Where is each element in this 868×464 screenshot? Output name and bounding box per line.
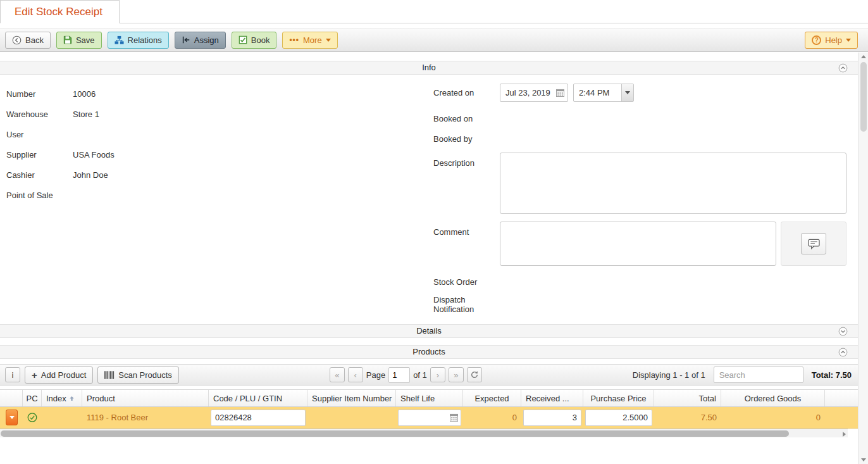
warehouse-label: Warehouse bbox=[6, 110, 73, 119]
first-page-button[interactable]: « bbox=[330, 367, 345, 382]
column-header-code[interactable]: Code / PLU / GTIN bbox=[209, 390, 307, 406]
horizontal-scrollbar-thumb[interactable] bbox=[1, 430, 789, 437]
row-shelf-life-cell bbox=[396, 407, 463, 428]
refresh-button[interactable] bbox=[467, 367, 482, 382]
product-row[interactable]: 1119 - Root Beer 0 7.50 0 bbox=[0, 407, 858, 429]
products-collapse-button[interactable] bbox=[838, 348, 848, 357]
more-dots-icon: ••• bbox=[289, 35, 299, 44]
next-page-button[interactable]: › bbox=[430, 367, 445, 382]
column-header-supplier-item-number[interactable]: Supplier Item Number bbox=[307, 390, 396, 406]
booked-on-label: Booked on bbox=[433, 114, 500, 123]
scroll-down-arrow-icon[interactable] bbox=[861, 458, 866, 461]
stock-order-row: Stock Order bbox=[433, 275, 852, 289]
comment-textarea[interactable] bbox=[500, 222, 776, 266]
user-label: User bbox=[6, 130, 73, 139]
check-circle-icon[interactable] bbox=[27, 412, 37, 423]
tab-strip: Edit Stock Receipt bbox=[0, 0, 868, 23]
column-header-total[interactable]: Total bbox=[654, 390, 721, 406]
stock-order-label: Stock Order bbox=[433, 277, 500, 287]
column-header-shelf-life[interactable]: Shelf Life bbox=[396, 390, 463, 406]
row-pc-cell bbox=[23, 407, 42, 428]
row-code-cell bbox=[209, 407, 307, 428]
last-page-button[interactable]: » bbox=[449, 367, 464, 382]
assign-button[interactable]: Assign bbox=[175, 32, 226, 49]
scroll-right-arrow-icon[interactable] bbox=[843, 432, 846, 437]
row-expected-cell: 0 bbox=[463, 407, 521, 428]
page-input[interactable] bbox=[388, 367, 410, 383]
save-icon bbox=[63, 35, 72, 44]
column-header-expected[interactable]: Expected bbox=[463, 390, 521, 406]
chevron-down-icon bbox=[9, 416, 15, 419]
column-header-pc[interactable]: PC bbox=[23, 390, 42, 406]
refresh-icon bbox=[470, 370, 479, 379]
relations-icon bbox=[115, 35, 124, 45]
warehouse-field-row: Warehouse Store 1 bbox=[6, 104, 433, 124]
more-button[interactable]: ••• More bbox=[282, 32, 337, 49]
details-expand-button[interactable] bbox=[838, 327, 848, 336]
book-icon bbox=[239, 35, 247, 44]
vertical-scrollbar-thumb[interactable] bbox=[860, 62, 867, 132]
point-of-sale-label: Point of Sale bbox=[6, 191, 73, 200]
code-input[interactable] bbox=[211, 410, 306, 426]
relations-button[interactable]: Relations bbox=[108, 32, 169, 49]
add-comment-button[interactable] bbox=[801, 233, 826, 254]
supplier-label: Supplier bbox=[6, 150, 73, 160]
info-button[interactable]: i bbox=[5, 367, 20, 382]
displaying-text: Displaying 1 - 1 of 1 bbox=[633, 370, 705, 380]
row-expander-button[interactable] bbox=[6, 410, 18, 425]
description-textarea[interactable] bbox=[500, 153, 846, 214]
purchase-price-input[interactable] bbox=[585, 410, 652, 426]
column-header-filler bbox=[825, 390, 858, 406]
add-product-button[interactable]: + Add Product bbox=[25, 367, 93, 384]
book-button[interactable]: Book bbox=[232, 32, 277, 49]
row-index-cell bbox=[42, 407, 82, 428]
row-purchase-price-cell bbox=[583, 407, 654, 428]
info-icon: i bbox=[12, 370, 14, 380]
search-input[interactable] bbox=[714, 367, 803, 383]
products-section-header: Products bbox=[0, 345, 858, 359]
dispatch-notification-label: Dispatch Notification bbox=[433, 295, 500, 314]
calendar-icon[interactable] bbox=[450, 413, 458, 422]
created-date-input[interactable]: Jul 23, 2019 bbox=[500, 84, 568, 102]
products-total: Total: 7.50 bbox=[812, 370, 852, 380]
received-quantity-input[interactable] bbox=[523, 410, 581, 426]
previous-page-button[interactable]: ‹ bbox=[348, 367, 363, 382]
chevron-down-icon bbox=[326, 39, 331, 42]
chevron-down-icon bbox=[846, 39, 851, 42]
products-toolbar-right: Displaying 1 - 1 of 1 Total: 7.50 bbox=[633, 367, 852, 383]
cashier-label: Cashier bbox=[6, 170, 73, 180]
info-left-column: Number 10006 Warehouse Store 1 User Supp… bbox=[6, 84, 433, 324]
tab-edit-stock-receipt[interactable]: Edit Stock Receipt bbox=[0, 0, 120, 23]
shelf-life-date-input[interactable] bbox=[398, 410, 461, 426]
back-icon bbox=[12, 35, 22, 45]
info-section-header: Info bbox=[0, 61, 858, 75]
vertical-scrollbar[interactable] bbox=[858, 53, 868, 464]
created-time-select[interactable]: 2:44 PM bbox=[573, 84, 634, 102]
scan-products-button[interactable]: Scan Products bbox=[97, 367, 179, 384]
horizontal-scrollbar[interactable] bbox=[0, 429, 848, 437]
barcode-icon bbox=[104, 371, 115, 379]
cashier-field-row: Cashier John Doe bbox=[6, 165, 433, 185]
expander-column-header bbox=[0, 390, 23, 406]
back-button[interactable]: Back bbox=[5, 32, 51, 49]
column-header-index[interactable]: Index bbox=[42, 390, 82, 406]
row-total-cell: 7.50 bbox=[654, 407, 721, 428]
warehouse-value: Store 1 bbox=[73, 110, 99, 119]
plus-icon: + bbox=[32, 370, 37, 380]
main-toolbar: Back Save Relations Assign Book ••• More… bbox=[0, 28, 868, 52]
info-collapse-button[interactable] bbox=[838, 63, 848, 73]
scroll-up-arrow-icon[interactable] bbox=[861, 55, 866, 58]
calendar-icon bbox=[556, 89, 564, 97]
page-label: Page bbox=[366, 370, 385, 380]
column-header-product[interactable]: Product bbox=[82, 390, 209, 406]
booked-by-label: Booked by bbox=[433, 134, 500, 144]
save-button[interactable]: Save bbox=[56, 32, 102, 49]
column-header-received[interactable]: Received ... bbox=[521, 390, 583, 406]
column-header-purchase-price[interactable]: Purchase Price bbox=[583, 390, 654, 406]
sort-ascending-icon bbox=[69, 396, 75, 401]
chevron-down-icon bbox=[621, 84, 633, 101]
column-header-ordered-goods[interactable]: Ordered Goods bbox=[721, 390, 825, 406]
help-button[interactable]: ? Help bbox=[805, 32, 858, 49]
speech-bubble-icon bbox=[808, 239, 820, 249]
shelf-life-input[interactable] bbox=[399, 411, 450, 425]
